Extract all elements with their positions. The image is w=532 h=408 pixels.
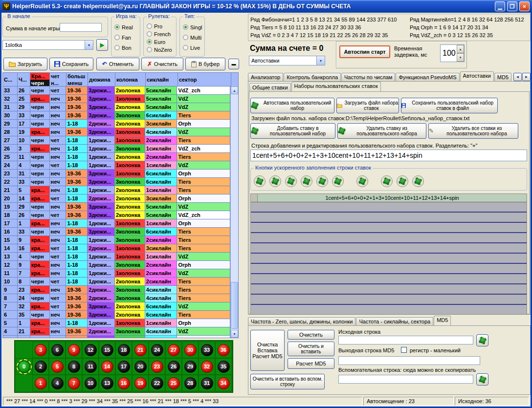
tab-scroll-left-icon[interactable]: ◄ [513, 73, 522, 81]
table-row[interactable]: 2233черннеч19-363дюжи...3колонка6сиклайн… [3, 178, 230, 186]
close-button[interactable]: × [519, 1, 530, 11]
board-number-7[interactable]: 7 [68, 377, 80, 389]
remove-all-bets-button[interactable]: ✎ Удалить все ставки из пользовательског… [428, 123, 518, 139]
minimize-button[interactable]: ▁ [495, 1, 505, 11]
board-number-21[interactable]: 21 [134, 344, 147, 356]
spin-up-icon[interactable]: ▲ [457, 45, 464, 53]
radio-nozero[interactable]: NoZero [147, 46, 175, 53]
table-row[interactable]: 1929черннеч19-363дюжи...2колонка5сиклайн… [3, 203, 230, 211]
slot-select[interactable]: 1slotka ▼ [2, 40, 93, 50]
table-row[interactable]: 244чернчет1-181дюжи...1колонка1сиклайнVd… [3, 161, 230, 170]
autostake-set-button[interactable]: Автоставка пользовательский набор [250, 98, 334, 113]
chevron-down-icon[interactable]: ▼ [85, 41, 93, 49]
table-row[interactable]: 3326чернчет19-363дюжи...2колонка5сиклайн… [3, 86, 230, 95]
table-row[interactable]: 333черннеч19-363дюжи...3колонка6сиклайнV… [3, 336, 230, 338]
bet-list-row[interactable] [251, 305, 527, 314]
bet-list-row[interactable] [251, 284, 527, 295]
load-set-file-button[interactable]: Загрузить файл набора ставок [336, 98, 399, 113]
table-row[interactable]: 923кра...неч19-362дюжи...3колонка4сиклай… [3, 286, 230, 294]
board-number-5[interactable]: 5 [51, 361, 64, 373]
md5-source-input[interactable] [338, 336, 473, 344]
board-number-23[interactable]: 23 [151, 361, 163, 373]
quick-chip-button[interactable] [356, 175, 368, 187]
register-checkbox[interactable] [401, 347, 407, 353]
tab-1[interactable]: Анализатор [248, 73, 283, 81]
table-row[interactable]: 2819кра...неч19-363дюжи...1колонка4сикла… [3, 128, 230, 136]
md5-all-in-one-button[interactable]: Очистка Вставка Расчет MD5 [250, 330, 285, 371]
table-row[interactable]: 732кра...чет19-363дюжи...2колонка6сиклай… [3, 302, 230, 311]
board-number-3[interactable]: 3 [35, 344, 47, 356]
bet-list-row[interactable] [251, 223, 527, 233]
quick-chip-button[interactable] [285, 175, 297, 187]
table-row[interactable]: 1826чернчет19-363дюжи...2колонка5сиклайн… [3, 211, 230, 219]
quick-chip-button[interactable] [316, 175, 328, 187]
radio-pro[interactable]: Pro [147, 23, 175, 29]
board-number-26[interactable]: 26 [168, 361, 180, 373]
quick-chip-button[interactable] [269, 175, 281, 187]
md5-source-chip-button[interactable] [476, 334, 488, 346]
bet-list-row[interactable] [251, 264, 527, 274]
table-row[interactable]: 1416кра...чет1-182дюжи...1колонка3сиклай… [3, 244, 230, 253]
md5-out-input[interactable] [338, 356, 480, 365]
board-number-30[interactable]: 30 [184, 344, 197, 356]
undo-button[interactable]: ↶ Отменить [96, 58, 139, 70]
bet-list-row[interactable] [251, 295, 527, 305]
board-number-20[interactable]: 20 [134, 361, 147, 373]
add-bet-button[interactable]: Добавить ставку в пользовательский набор [250, 123, 335, 139]
radio-euro[interactable]: Euro [147, 39, 175, 45]
board-number-15[interactable]: 15 [101, 344, 113, 356]
table-row[interactable]: 263кра...неч1-181дюжи...3колонка1сиклайн… [3, 145, 230, 153]
board-number-16[interactable]: 16 [118, 377, 130, 389]
tab-6[interactable]: MD5 [494, 73, 511, 81]
board-number-19[interactable]: 19 [134, 377, 147, 389]
bottom-tab-1[interactable]: Частота - Zero, шансы, дюжины, колонки [248, 317, 355, 325]
scroll-down-icon[interactable]: ▼ [231, 330, 238, 338]
spin-down-icon[interactable]: ▼ [457, 53, 464, 62]
table-row[interactable]: 159кра...неч1-181дюжи...3колонка2сиклайн… [3, 236, 230, 244]
table-row[interactable]: 1633черннеч19-363дюжи...3колонка6сиклайн… [3, 228, 230, 236]
table-row[interactable]: 51кра...неч1-181дюжи...1колонка1сиклайнO… [3, 319, 230, 327]
table-row[interactable]: 134чернчет1-181дюжи...1колонка1сиклайнVd… [3, 253, 230, 261]
radio-singl[interactable]: Singl [183, 24, 203, 30]
table-row[interactable]: 2511черннеч1-181дюжи...2колонка2сиклайнT… [3, 153, 230, 161]
bottom-tab-2[interactable]: Частота - сиклайны, сектора [356, 317, 433, 325]
radio-fan[interactable]: Fan [114, 34, 139, 41]
remove-bet-button[interactable]: Удалить ставку из пользовательского набо… [337, 123, 426, 139]
delay-spinner[interactable]: 100 ▲ ▼ [440, 44, 465, 62]
bottom-tab-3[interactable]: MD5 [434, 316, 451, 325]
board-number-4[interactable]: 4 [51, 377, 64, 389]
maximize-button[interactable]: ❐ [507, 1, 517, 11]
board-number-34[interactable]: 34 [218, 377, 230, 389]
buffer-button[interactable]: В буфер [185, 58, 225, 70]
subtab-2[interactable]: Наборы пользовательских ставок [291, 82, 381, 91]
board-number-35[interactable]: 35 [218, 361, 230, 373]
autostakes-select[interactable]: Автоставки ▼ [249, 56, 325, 65]
board-number-14[interactable]: 14 [101, 361, 113, 373]
tab-4[interactable]: Функционал PsevdoMS [396, 73, 459, 81]
radio-live[interactable]: Live [183, 44, 203, 51]
board-number-6[interactable]: 6 [51, 344, 64, 356]
subtab-1[interactable]: Общие ставки [249, 83, 291, 91]
md5-clear-paste-button[interactable]: Очистить и вставить [288, 342, 334, 356]
board-number-9[interactable]: 9 [68, 344, 80, 356]
load-button[interactable]: Загрузить [3, 58, 47, 70]
board-number-18[interactable]: 18 [118, 344, 130, 356]
bet-list-row[interactable] [251, 213, 527, 223]
tab-scroll-right-icon[interactable]: ► [522, 73, 531, 81]
board-number-36[interactable]: 36 [218, 344, 230, 356]
save-button[interactable]: Сохранить [49, 58, 93, 70]
board-number-2[interactable]: 2 [35, 361, 47, 373]
bet-list-row[interactable] [251, 233, 527, 243]
start-sum-input[interactable] [60, 23, 102, 32]
table-row[interactable]: 421кра...неч19-362дюжи...3колонка4сиклай… [3, 327, 230, 336]
quick-chip-button[interactable] [397, 175, 408, 187]
clear-button[interactable]: ✗ Очистить [141, 58, 183, 70]
table-row[interactable]: 108чернчет1-181дюжи...2колонка2сиклайнTi… [3, 278, 230, 286]
quick-chip-button[interactable] [412, 175, 424, 187]
quick-chip-button[interactable] [301, 175, 312, 187]
md5-aux-chip-button[interactable] [476, 373, 488, 386]
table-row[interactable]: 171кра...неч1-181дюжи...1колонка1сиклайн… [3, 219, 230, 228]
bet-list-row[interactable] [251, 274, 527, 284]
bet-string-input[interactable] [250, 150, 527, 161]
radio-real[interactable]: Real [114, 24, 139, 30]
